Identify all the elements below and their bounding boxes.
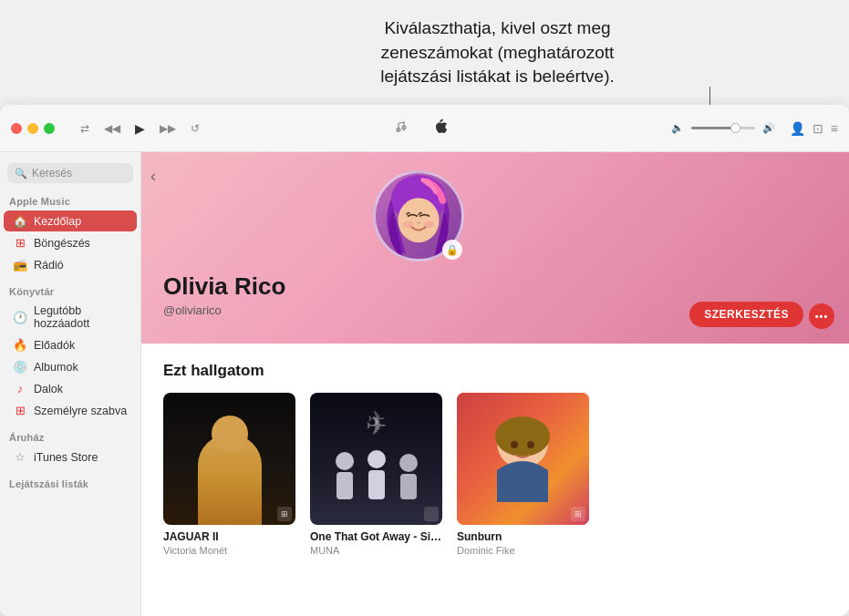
svg-point-8 xyxy=(399,454,418,472)
avatar-wrap: 🔒 xyxy=(373,170,464,262)
album-art-sunburn-inner xyxy=(457,393,589,525)
section-playlists: Lejátszási listák xyxy=(0,475,140,492)
sidebar-item-radio[interactable]: 📻 Rádió xyxy=(4,254,137,275)
album-badge-muna xyxy=(424,507,439,521)
profile-name: Olivia Rico xyxy=(163,272,827,301)
svg-point-14 xyxy=(527,441,534,448)
radio-icon: 📻 xyxy=(13,258,27,272)
sidebar-item-personalized-label: Személyre szabva xyxy=(34,405,127,417)
prev-button[interactable]: ◀◀ xyxy=(100,120,124,137)
sidebar-item-songs-label: Dalok xyxy=(34,383,63,395)
callout-line1: Kiválaszthatja, kivel oszt meg xyxy=(384,18,610,37)
album-art-muna-inner: ✈ xyxy=(310,393,442,525)
songs-icon: ♪ xyxy=(13,382,27,395)
sidebar-item-browse[interactable]: ⊞ Böngészés xyxy=(4,232,137,253)
sidebar-item-songs[interactable]: ♪ Dalok xyxy=(4,378,137,399)
search-placeholder: Keresés xyxy=(32,167,72,180)
shuffle-button[interactable]: ⇄ xyxy=(77,120,93,137)
sidebar-item-browse-label: Böngészés xyxy=(34,237,90,250)
star-icon: ☆ xyxy=(13,450,27,464)
sidebar-item-albums-label: Albumok xyxy=(34,361,78,374)
main-window: ⇄ ◀◀ ▶ ▶▶ ↺ 🔈 🔊 xyxy=(0,105,849,616)
album-badge-sunburn: ⊞ xyxy=(571,507,585,521)
home-icon: 🏠 xyxy=(13,214,27,228)
album-title-jaguar: JAGUAR II xyxy=(163,530,295,543)
center-controls xyxy=(388,116,462,141)
svg-point-13 xyxy=(511,441,518,448)
callout-line3: lejátszási listákat is beleértve). xyxy=(380,67,615,86)
minimize-button[interactable] xyxy=(27,123,38,134)
queue-icon[interactable]: ≡ xyxy=(831,121,838,136)
edit-button[interactable]: SZERKESZTÉS xyxy=(689,302,803,327)
callout-text: Kiválaszthatja, kivel oszt meg zeneszámo… xyxy=(146,0,849,98)
sidebar-item-artists[interactable]: 🔥 Előadók xyxy=(4,334,137,355)
muna-people xyxy=(322,443,431,516)
sidebar-item-home[interactable]: 🏠 Kezdőlap xyxy=(4,210,137,231)
album-art-muna: ✈ xyxy=(310,393,442,525)
sidebar-item-artists-label: Előadók xyxy=(34,339,75,352)
section-apple-music: Apple Music xyxy=(0,192,140,210)
section-library: Könyvtár xyxy=(0,282,140,300)
svg-point-1 xyxy=(398,198,439,242)
albums-grid: ⊞ JAGUAR II Victoria Monét xyxy=(163,393,827,556)
sidebar-item-personalized[interactable]: ⊞ Személyre szabva xyxy=(4,400,137,421)
sidebar-item-recent[interactable]: 🕐 Legutóbb hozzáadott xyxy=(4,301,137,334)
svg-rect-9 xyxy=(400,474,417,499)
album-card-sunburn[interactable]: ⊞ Sunburn Dominic Fike xyxy=(457,393,589,556)
playback-controls: ⇄ ◀◀ ▶ ▶▶ ↺ xyxy=(77,119,203,138)
airplay-icon[interactable]: ⊡ xyxy=(813,121,823,136)
main-content: 🔍 Keresés Apple Music 🏠 Kezdőlap ⊞ Böngé… xyxy=(0,152,849,616)
back-button[interactable]: ‹ xyxy=(150,167,156,186)
more-button[interactable]: ••• xyxy=(809,303,834,329)
account-icon[interactable]: 👤 xyxy=(790,121,805,136)
sidebar-item-recent-label: Legutóbb hozzáadott xyxy=(34,304,128,330)
svg-point-6 xyxy=(368,450,386,468)
recent-icon: 🕐 xyxy=(13,311,27,324)
svg-point-3 xyxy=(424,221,434,229)
svg-rect-7 xyxy=(368,470,385,499)
profile-area: ‹ xyxy=(141,152,849,616)
volume-high-icon: 🔊 xyxy=(762,122,775,134)
sidebar-item-albums[interactable]: 💿 Albumok xyxy=(4,356,137,377)
more-dots-icon: ••• xyxy=(815,311,829,322)
titlebar: ⇄ ◀◀ ▶ ▶▶ ↺ 🔈 🔊 xyxy=(0,105,849,152)
maximize-button[interactable] xyxy=(44,123,55,134)
sidebar: 🔍 Keresés Apple Music 🏠 Kezdőlap ⊞ Böngé… xyxy=(0,152,141,616)
apple-logo xyxy=(433,118,448,139)
personalized-icon: ⊞ xyxy=(13,404,27,417)
section-store: Áruház xyxy=(0,428,140,446)
play-button[interactable]: ▶ xyxy=(131,119,149,138)
volume-slider[interactable] xyxy=(691,127,755,129)
album-artist-jaguar: Victoria Monét xyxy=(163,545,295,556)
volume-low-icon: 🔈 xyxy=(671,122,684,134)
lock-badge: 🔒 xyxy=(442,240,462,260)
repeat-button[interactable]: ↺ xyxy=(187,120,203,137)
search-box[interactable]: 🔍 Keresés xyxy=(7,163,133,183)
album-badge-jaguar: ⊞ xyxy=(277,507,292,521)
album-art-jaguar: ⊞ xyxy=(163,393,295,525)
search-icon: 🔍 xyxy=(15,168,27,180)
svg-point-12 xyxy=(495,416,550,457)
artists-icon: 🔥 xyxy=(13,338,27,352)
album-art-jaguar-inner xyxy=(163,393,295,525)
listening-section: Ezt hallgatom ⊞ JAGUAR II Victoria Monét xyxy=(141,344,849,574)
album-card-muna[interactable]: ✈ One That Got Away - Single MUNA xyxy=(310,393,442,556)
album-title-sunburn: Sunburn xyxy=(457,530,589,543)
svg-point-2 xyxy=(403,221,413,229)
svg-point-4 xyxy=(336,452,354,470)
album-card-jaguar[interactable]: ⊞ JAGUAR II Victoria Monét xyxy=(163,393,295,556)
sidebar-item-itunes[interactable]: ☆ iTunes Store xyxy=(4,447,137,467)
album-artist-sunburn: Dominic Fike xyxy=(457,545,589,556)
music-icon[interactable] xyxy=(388,116,413,141)
close-button[interactable] xyxy=(11,123,22,134)
sidebar-item-home-label: Kezdőlap xyxy=(34,215,81,228)
next-button[interactable]: ▶▶ xyxy=(156,120,180,137)
browse-icon: ⊞ xyxy=(13,236,27,250)
album-title-muna: One That Got Away - Single xyxy=(310,530,442,543)
album-art-sunburn: ⊞ xyxy=(457,393,589,525)
svg-rect-5 xyxy=(336,472,353,499)
traffic-lights xyxy=(11,123,55,134)
listening-title: Ezt hallgatom xyxy=(163,362,827,380)
albums-icon: 💿 xyxy=(13,360,27,374)
album-artist-muna: MUNA xyxy=(310,545,442,556)
